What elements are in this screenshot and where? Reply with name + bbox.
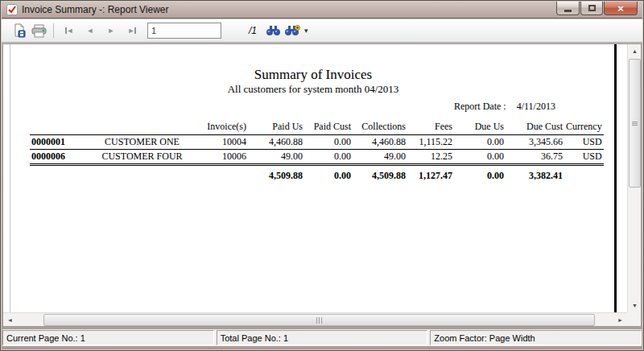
previous-page-button[interactable]: ◄ (80, 23, 101, 39)
report-date: Report Date : 4/11/2013 (454, 101, 555, 113)
table-row: 0000006 CUSTOMER FOUR 10006 49.00 0.00 4… (30, 150, 604, 165)
header-fees: Fees (407, 120, 454, 135)
binoculars-plus-icon (285, 25, 300, 36)
cell-invoices: 10006 (198, 150, 248, 165)
cell-fees: 12.25 (407, 150, 454, 165)
horizontal-scrollbar-thumb[interactable] (43, 314, 595, 326)
totals-blank (564, 165, 604, 184)
last-page-icon: ► (128, 27, 135, 35)
first-page-icon: ◄ (67, 27, 74, 35)
header-due-us: Due Us (454, 120, 506, 135)
header-customer-no (30, 120, 86, 135)
export-icon (12, 23, 27, 38)
next-page-button[interactable]: ► (101, 23, 122, 39)
total-collections: 4,509.88 (353, 165, 407, 184)
cell-paid-cust: 0.00 (304, 135, 353, 150)
scroll-left-icon[interactable]: ◄ (3, 313, 17, 327)
maximize-button[interactable] (580, 2, 603, 15)
app-check-icon (6, 4, 18, 15)
cell-due-cust: 3,345.66 (506, 135, 564, 150)
table-row: 0000001 CUSTOMER ONE 10004 4,460.88 0.00… (30, 135, 604, 150)
print-button[interactable] (29, 22, 48, 39)
report-viewer-window: Invoice Summary -: Report Viewer × (0, 0, 644, 351)
cell-customer-name: CUSTOMER FOUR (86, 150, 198, 165)
header-due-cust: Due Cust (506, 120, 564, 135)
total-due-us: 0.00 (454, 165, 506, 184)
minimize-icon (564, 10, 572, 12)
status-zoom-factor: Zoom Factor: Page Width (430, 330, 642, 345)
last-page-bar-icon (134, 27, 136, 34)
scrollbar-grip (632, 122, 638, 126)
cell-currency: USD (564, 150, 604, 165)
vertical-scrollbar[interactable]: ▲ ▼ (627, 44, 641, 312)
page-number-input[interactable] (147, 23, 221, 39)
report-content: Summary of Invoices All customers for sy… (3, 44, 627, 312)
status-current-page: Current Page No.: 1 (2, 330, 214, 345)
close-icon: × (617, 2, 624, 14)
total-paid-cust: 0.00 (304, 165, 353, 184)
window-controls: × (555, 2, 638, 15)
report-subtitle: All customers for system month 04/2013 (3, 83, 623, 96)
report-date-label: Report Date : (454, 101, 506, 112)
titlebar[interactable]: Invoice Summary -: Report Viewer × (2, 2, 642, 19)
report-date-value: 4/11/2013 (517, 101, 555, 112)
totals-blank (30, 165, 86, 184)
cell-due-cust: 36.75 (506, 150, 564, 165)
cell-paid-us: 49.00 (248, 150, 304, 165)
toolbar: ◄ ◄ ► ► /1 (2, 19, 642, 43)
header-collections: Collections (353, 120, 407, 135)
binoculars-icon (266, 25, 281, 36)
find-button[interactable] (263, 22, 283, 39)
cell-customer-no: 0000001 (30, 135, 86, 150)
scrollbar-grip (316, 317, 322, 324)
cell-collections: 49.00 (353, 150, 407, 165)
export-button[interactable] (10, 22, 29, 39)
header-paid-us: Paid Us (248, 120, 304, 135)
totals-blank (86, 165, 198, 184)
cell-due-us: 0.00 (454, 135, 506, 150)
horizontal-scrollbar[interactable]: ◄ ► (3, 312, 627, 326)
toolbar-separator (53, 23, 54, 38)
totals-blank (198, 165, 248, 184)
window-title: Invoice Summary -: Report Viewer (22, 4, 169, 15)
printer-icon (31, 24, 47, 38)
header-invoices: Invoice(s) (198, 120, 248, 135)
report-title: Summary of Invoices (3, 67, 623, 83)
header-currency: Currency (564, 120, 604, 135)
total-due-cust: 3,382.41 (506, 165, 564, 184)
table-totals-row: 4,509.88 0.00 4,509.88 1,127.47 0.00 3,3… (30, 165, 604, 184)
cell-currency: USD (564, 135, 604, 150)
header-customer-name (86, 120, 198, 135)
header-paid-cust: Paid Cust (304, 120, 353, 135)
page-total-label: /1 (249, 25, 257, 36)
scroll-right-icon[interactable]: ► (613, 313, 627, 327)
cell-customer-name: CUSTOMER ONE (86, 135, 198, 150)
statusbar: Current Page No.: 1 Total Page No.: 1 Zo… (2, 329, 642, 346)
cell-due-us: 0.00 (454, 150, 506, 165)
cell-customer-no: 0000006 (30, 150, 86, 165)
report-viewport: Summary of Invoices All customers for sy… (2, 43, 642, 327)
vertical-scrollbar-thumb[interactable] (629, 59, 641, 188)
cell-paid-us: 4,460.88 (248, 135, 304, 150)
scrollbar-corner (627, 312, 641, 326)
cell-paid-cust: 0.00 (304, 150, 353, 165)
cell-fees: 1,115.22 (407, 135, 454, 150)
total-paid-us: 4,509.88 (248, 165, 304, 184)
maximize-icon (588, 5, 596, 11)
search-dropdown-icon[interactable]: ▾ (304, 27, 308, 35)
table-header-row: Invoice(s) Paid Us Paid Cust Collections… (30, 120, 604, 135)
search-zoom-button[interactable] (283, 22, 302, 39)
first-page-button[interactable]: ◄ (59, 23, 80, 39)
close-button[interactable]: × (604, 2, 638, 15)
scroll-up-icon[interactable]: ▲ (628, 44, 642, 58)
next-page-icon: ► (108, 27, 115, 35)
report-page: Summary of Invoices All customers for sy… (3, 44, 627, 312)
total-fees: 1,127.47 (407, 165, 454, 184)
scroll-down-icon[interactable]: ▼ (628, 299, 642, 312)
last-page-button[interactable]: ► (122, 23, 142, 39)
invoice-summary-table: Invoice(s) Paid Us Paid Cust Collections… (30, 120, 604, 183)
minimize-button[interactable] (556, 2, 580, 15)
cell-invoices: 10004 (198, 135, 248, 150)
status-total-page: Total Page No.: 1 (217, 330, 428, 345)
previous-page-icon: ◄ (87, 27, 94, 35)
